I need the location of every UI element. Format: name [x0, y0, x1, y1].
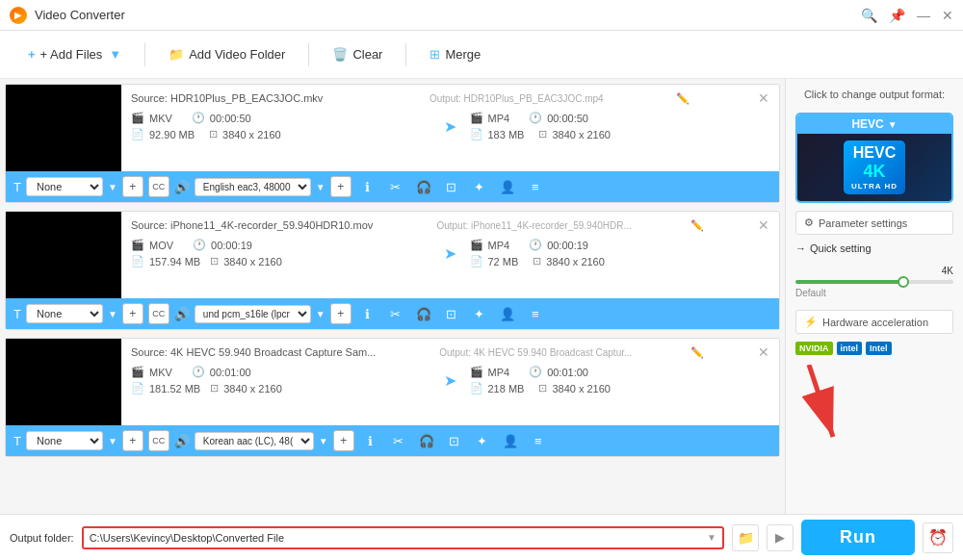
out-res-icon-3: ⊡ — [538, 382, 547, 395]
cut-btn-1[interactable]: ✂ — [384, 176, 407, 197]
output-res-1: 3840 x 2160 — [552, 129, 611, 140]
output-size-1: 183 MB — [488, 129, 525, 140]
edit-output-icon-1[interactable]: ✏️ — [676, 92, 690, 105]
file-info-1: Source: HDR10Plus_PB_EAC3JOC.mkv Output:… — [121, 85, 779, 171]
watermark-btn-1[interactable]: 👤 — [496, 176, 519, 197]
subtitle-dropdown-2[interactable]: ▼ — [108, 309, 117, 319]
quality-slider-track[interactable] — [795, 280, 953, 284]
add-subtitle-btn-1[interactable]: + — [122, 176, 143, 197]
subtitle-icon-2: T — [13, 307, 21, 321]
add-audio-btn-3[interactable]: + — [333, 430, 354, 451]
effect-btn-3[interactable]: ✦ — [471, 430, 494, 451]
run-button[interactable]: Run — [801, 520, 915, 555]
watermark-btn-3[interactable]: 👤 — [499, 430, 522, 451]
add-audio-btn-2[interactable]: + — [330, 303, 351, 324]
audio-dropdown-3[interactable]: ▼ — [319, 436, 328, 446]
subtitle-select-2[interactable]: None — [26, 304, 103, 323]
audio-dropdown-1[interactable]: ▼ — [316, 182, 325, 192]
minimize-button[interactable]: — — [917, 8, 930, 23]
path-dropdown-arrow[interactable]: ▼ — [701, 532, 722, 543]
cc-btn-2[interactable]: CC — [148, 303, 169, 324]
add-subtitle-btn-2[interactable]: + — [122, 303, 143, 324]
file-list: Source: HDR10Plus_PB_EAC3JOC.mkv Output:… — [0, 79, 785, 514]
subtitle-select-3[interactable]: None — [26, 431, 103, 450]
quick-setting-icon: → — [795, 242, 806, 254]
info-btn-3[interactable]: ℹ — [359, 430, 382, 451]
cc-btn-3[interactable]: CC — [148, 430, 169, 451]
close-button[interactable]: ✕ — [942, 8, 953, 23]
info-btn-1[interactable]: ℹ — [356, 176, 379, 197]
audio-dropdown-2[interactable]: ▼ — [316, 309, 325, 319]
subtitle-select-1[interactable]: None — [26, 177, 103, 196]
audio-select-1[interactable]: English eac3, 48000 — [195, 178, 311, 196]
effect-btn-1[interactable]: ✦ — [468, 176, 491, 197]
output-path-input[interactable] — [84, 528, 701, 547]
parameter-settings-button[interactable]: ⚙ Parameter settings — [795, 211, 953, 235]
output-duration-1: 00:00:50 — [547, 113, 588, 124]
edit-output-icon-3[interactable]: ✏️ — [690, 346, 704, 359]
merge-button[interactable]: ⊞ Merge — [416, 41, 494, 67]
source-details-2: 🎬 MOV 🕐 00:00:19 📄 157.94 MB ⊡ 3840 x — [131, 239, 431, 267]
res-icon: ⊡ — [209, 128, 218, 140]
watermark-btn-2[interactable]: 👤 — [496, 303, 519, 324]
audio-select-2[interactable]: und pcm_s16le (lpcr — [195, 305, 311, 323]
source-details-3: 🎬 MKV 🕐 00:01:00 📄 181.52 MB ⊡ 3840 x — [131, 366, 431, 395]
browse-folder-button[interactable]: 📁 — [732, 524, 759, 551]
info-btn-2[interactable]: ℹ — [356, 303, 379, 324]
audio-edit-btn-3[interactable]: 🎧 — [415, 430, 438, 451]
audio-edit-btn-1[interactable]: 🎧 — [412, 176, 435, 197]
title-bar: ▶ Video Converter 🔍 📌 — ✕ — [0, 0, 963, 31]
out-file-icon-3: 📄 — [470, 382, 483, 395]
effect-btn-2[interactable]: ✦ — [468, 303, 491, 324]
subtitle-dropdown-1[interactable]: ▼ — [108, 182, 117, 192]
crop-btn-1[interactable]: ⊡ — [440, 176, 463, 197]
output-path-wrapper: ▼ — [82, 526, 724, 549]
source-duration-2: 00:00:19 — [211, 240, 252, 251]
clear-button[interactable]: 🗑️ Clear — [319, 41, 396, 67]
cc-btn-1[interactable]: CC — [148, 176, 169, 197]
intel-badge-1: intel — [837, 342, 863, 355]
hw-accel-button[interactable]: ⚡ Hardware acceleration — [795, 310, 953, 334]
audio-edit-btn-2[interactable]: 🎧 — [412, 303, 435, 324]
search-icon[interactable]: 🔍 — [861, 8, 877, 23]
pin-icon[interactable]: 📌 — [889, 8, 905, 23]
out-format-icon-3: 🎬 — [470, 366, 483, 378]
crop-btn-3[interactable]: ⊡ — [443, 430, 466, 451]
format-icon-2: 🎬 — [131, 239, 144, 251]
nvidia-badge: NVIDIA — [795, 342, 833, 355]
subtitle-edit-btn-3[interactable]: ≡ — [527, 430, 550, 451]
toolbar: + + Add Files ▼ 📁 Add Video Folder 🗑️ Cl… — [0, 31, 963, 79]
res-icon-2: ⊡ — [210, 255, 219, 267]
output-duration-2: 00:00:19 — [547, 240, 588, 251]
audio-select-3[interactable]: Korean aac (LC), 48( — [195, 432, 314, 450]
add-folder-button[interactable]: 📁 Add Video Folder — [155, 41, 299, 67]
quick-setting-text: Quick setting — [810, 242, 872, 254]
quality-slider-thumb[interactable] — [898, 276, 909, 288]
subtitle-edit-btn-1[interactable]: ≡ — [524, 176, 547, 197]
close-file-3[interactable]: ✕ — [758, 344, 769, 360]
plus-icon: + — [28, 47, 36, 62]
add-subtitle-btn-3[interactable]: + — [122, 430, 143, 451]
cut-btn-2[interactable]: ✂ — [384, 303, 407, 324]
hevc-label: HEVC — [851, 144, 898, 162]
subtitle-edit-btn-2[interactable]: ≡ — [524, 303, 547, 324]
format-card[interactable]: HEVC ▼ HEVC 4K ULTRA HD — [795, 113, 953, 203]
intel-badge-2: Intel — [866, 342, 892, 355]
res-icon-3: ⊡ — [210, 382, 219, 395]
output-format-2: MP4 — [488, 240, 510, 251]
subtitle-icon: T — [13, 180, 21, 194]
add-files-dropdown-icon[interactable]: ▼ — [109, 47, 121, 62]
add-audio-btn-1[interactable]: + — [330, 176, 351, 197]
output-format-3: MP4 — [488, 367, 510, 378]
add-files-button[interactable]: + + Add Files ▼ — [14, 41, 135, 67]
preview-button[interactable]: ▶ — [767, 524, 794, 551]
cut-btn-3[interactable]: ✂ — [387, 430, 410, 451]
output-name-1: Output: HDR10Plus_PB_EAC3JOC.mp4 — [429, 93, 604, 104]
close-file-1[interactable]: ✕ — [758, 90, 769, 106]
alarm-button[interactable]: ⏰ — [923, 522, 953, 553]
close-file-2[interactable]: ✕ — [758, 217, 769, 233]
folder-icon: 📁 — [169, 47, 184, 62]
subtitle-dropdown-3[interactable]: ▼ — [108, 436, 117, 446]
edit-output-icon-2[interactable]: ✏️ — [690, 219, 704, 232]
crop-btn-2[interactable]: ⊡ — [440, 303, 463, 324]
